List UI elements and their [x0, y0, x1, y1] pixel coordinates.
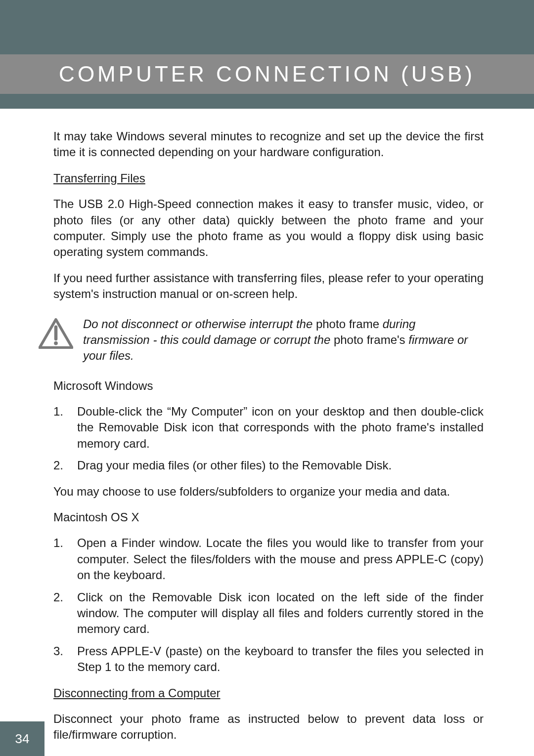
transferring-heading-text: Transferring Files	[53, 171, 145, 185]
list-item: 1. Double-click the “My Computer” icon o…	[53, 404, 484, 452]
step-number: 2.	[53, 589, 77, 637]
intro-paragraph: It may take Windows several minutes to r…	[53, 128, 484, 161]
step-number: 2.	[53, 458, 77, 473]
svg-point-2	[54, 341, 58, 345]
windows-note: You may choose to use folders/subfolders…	[53, 484, 484, 500]
step-body: Click on the Removable Disk icon located…	[77, 589, 484, 637]
transferring-heading: Transferring Files	[53, 170, 484, 186]
warning-pre: Do not disconnect or otherwise interrupt…	[83, 317, 316, 331]
title-band: COMPUTER CONNECTION (USB)	[0, 54, 534, 94]
warning-up1: photo frame	[316, 317, 379, 331]
warning-text: Do not disconnect or otherwise interrupt…	[83, 316, 484, 364]
warning-triangle-icon	[39, 318, 73, 349]
step-body: Press APPLE-V (paste) on the keyboard to…	[77, 643, 484, 675]
page-number: 34	[15, 731, 30, 747]
step-number: 3.	[53, 643, 77, 675]
mac-steps: 1. Open a Finder window. Locate the file…	[53, 535, 484, 675]
step-number: 1.	[53, 404, 77, 452]
page-number-tab: 34	[0, 721, 44, 756]
warning-block: Do not disconnect or otherwise interrupt…	[39, 316, 484, 364]
warning-up2: photo frame's	[334, 333, 405, 346]
disconnect-heading-text: Disconnecting from a Computer	[53, 686, 220, 700]
mac-heading: Macintosh OS X	[53, 509, 484, 525]
step-number: 1.	[53, 535, 77, 583]
step-body: Open a Finder window. Locate the files y…	[77, 535, 484, 583]
manual-page: COMPUTER CONNECTION (USB) It may take Wi…	[0, 0, 534, 756]
content-area: It may take Windows several minutes to r…	[53, 128, 484, 753]
list-item: 2. Drag your media files (or other files…	[53, 458, 484, 473]
disconnect-heading: Disconnecting from a Computer	[53, 685, 484, 701]
page-title: COMPUTER CONNECTION (USB)	[59, 62, 475, 86]
transferring-p2: If you need further assistance with tran…	[53, 270, 484, 302]
windows-steps: 1. Double-click the “My Computer” icon o…	[53, 404, 484, 474]
step-body: Double-click the “My Computer” icon on y…	[77, 404, 484, 452]
step-body: Drag your media files (or other files) t…	[77, 458, 484, 473]
windows-heading: Microsoft Windows	[53, 378, 484, 394]
list-item: 2. Click on the Removable Disk icon loca…	[53, 589, 484, 637]
transferring-p1: The USB 2.0 High-Speed connection makes …	[53, 196, 484, 260]
warning-icon	[39, 316, 83, 349]
list-item: 3. Press APPLE-V (paste) on the keyboard…	[53, 643, 484, 675]
list-item: 1. Open a Finder window. Locate the file…	[53, 535, 484, 583]
disconnect-p1: Disconnect your photo frame as instructe…	[53, 711, 484, 743]
